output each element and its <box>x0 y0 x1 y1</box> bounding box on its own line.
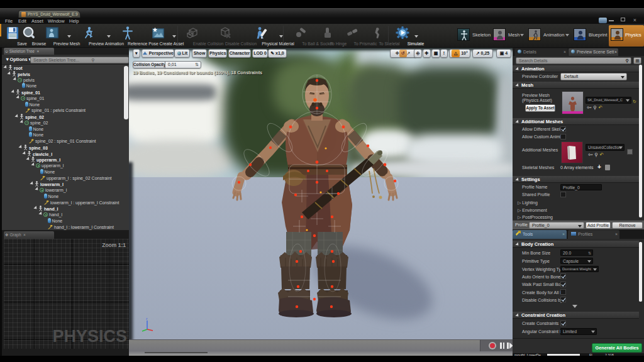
svg-text:z: z <box>146 317 148 321</box>
